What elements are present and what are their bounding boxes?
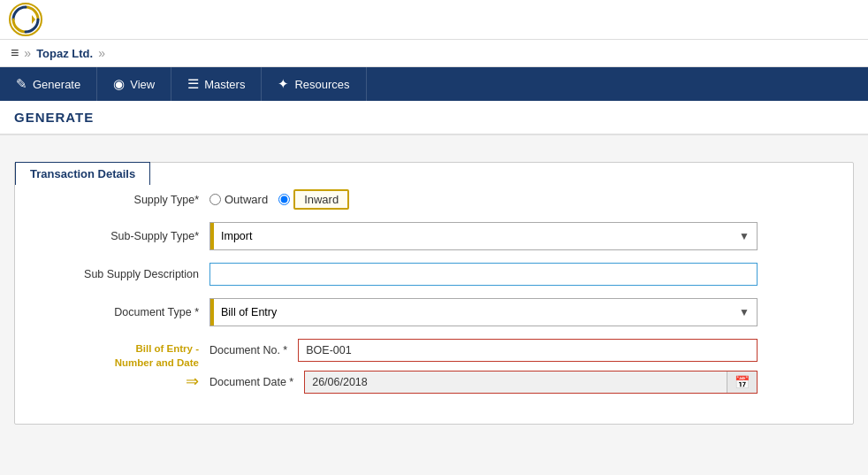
- supply-inward-radio[interactable]: [278, 194, 290, 205]
- document-type-select[interactable]: Bill of Entry Invoice Bill of Supply Cre…: [214, 303, 732, 322]
- nav-generate-label: Generate: [33, 78, 80, 91]
- document-type-select-wrapper: Bill of Entry Invoice Bill of Supply Cre…: [209, 298, 758, 326]
- document-no-label: Document No. *: [209, 344, 298, 356]
- sub-supply-type-select[interactable]: Import Export Job Work Supplies on appro…: [214, 226, 732, 246]
- supply-outward-radio[interactable]: [209, 194, 221, 205]
- supply-type-row: Supply Type* Outward Inward: [33, 189, 835, 210]
- sub-supply-desc-row: Sub Supply Description: [33, 263, 835, 286]
- supply-inward-label: Inward: [293, 189, 349, 210]
- sub-supply-type-label: Sub-Supply Type*: [33, 230, 209, 242]
- app-logo: [9, 3, 42, 36]
- nav-masters-label: Masters: [204, 78, 245, 91]
- document-type-arrow-icon: ▼: [732, 306, 757, 318]
- document-date-inner-row: Document Date * 📅: [209, 371, 758, 394]
- sub-supply-desc-input[interactable]: [209, 263, 758, 286]
- calendar-icon[interactable]: 📅: [727, 372, 757, 393]
- document-type-row: Document Type * Bill of Entry Invoice Bi…: [33, 298, 835, 326]
- nav-view[interactable]: ◉ View: [97, 67, 171, 101]
- nav-generate[interactable]: ✎ Generate: [0, 67, 97, 101]
- supply-outward-option[interactable]: Outward: [209, 193, 268, 206]
- nav-resources-label: Resources: [294, 78, 349, 91]
- document-no-row: Bill of Entry -Number and Date ⇒ Documen…: [33, 339, 835, 394]
- view-icon: ◉: [113, 76, 125, 92]
- nav-bar: ✎ Generate ◉ View ☰ Masters ✦ Resources: [0, 67, 868, 101]
- breadcrumb-company[interactable]: Topaz Ltd.: [36, 47, 93, 60]
- hint-arrow-icon: ⇒: [186, 372, 199, 391]
- sub-supply-desc-label: Sub Supply Description: [33, 268, 209, 280]
- supply-type-radio-group: Outward Inward: [209, 189, 349, 210]
- breadcrumb-sep2: »: [98, 46, 105, 60]
- supply-type-label: Supply Type*: [33, 194, 209, 206]
- supply-outward-label: Outward: [225, 193, 268, 206]
- app-header: [0, 0, 868, 40]
- hint-area: Bill of Entry -Number and Date ⇒: [33, 341, 209, 391]
- document-date-wrapper: 📅: [304, 371, 758, 394]
- page-title: GENERATE: [14, 110, 94, 125]
- document-date-input[interactable]: [305, 372, 727, 393]
- hint-text: Bill of Entry -Number and Date: [115, 341, 199, 370]
- document-no-field-area: Document No. * Document Date * 📅: [209, 339, 758, 394]
- breadcrumb-sep1: »: [24, 46, 31, 60]
- sub-supply-desc-wrapper: [209, 263, 758, 286]
- breadcrumb: ≡ » Topaz Ltd. »: [0, 40, 868, 67]
- sub-supply-type-row: Sub-Supply Type* Import Export Job Work …: [33, 222, 835, 250]
- nav-masters[interactable]: ☰ Masters: [171, 67, 262, 101]
- supply-inward-option[interactable]: Inward: [278, 189, 349, 210]
- sub-supply-type-select-wrapper: Import Export Job Work Supplies on appro…: [209, 222, 758, 250]
- nav-view-label: View: [130, 78, 155, 91]
- nav-resources[interactable]: ✦ Resources: [262, 67, 366, 101]
- panel-title: Transaction Details: [15, 162, 150, 185]
- document-no-inner-row: Document No. *: [209, 339, 758, 362]
- masters-icon: ☰: [187, 76, 199, 92]
- resources-icon: ✦: [278, 76, 289, 92]
- document-no-input[interactable]: [298, 339, 758, 362]
- document-date-input-wrapper: 📅: [304, 371, 758, 394]
- document-no-wrapper: [298, 339, 758, 362]
- breadcrumb-menu-icon[interactable]: ≡: [11, 45, 19, 61]
- transaction-details-panel: Transaction Details Supply Type* Outward…: [14, 162, 854, 425]
- sub-supply-type-arrow-icon: ▼: [732, 230, 757, 242]
- document-date-label: Document Date *: [209, 376, 304, 388]
- document-type-label: Document Type *: [33, 306, 209, 318]
- generate-icon: ✎: [16, 76, 27, 92]
- main-content: Transaction Details Supply Type* Outward…: [0, 135, 868, 475]
- page-title-bar: GENERATE: [0, 101, 868, 135]
